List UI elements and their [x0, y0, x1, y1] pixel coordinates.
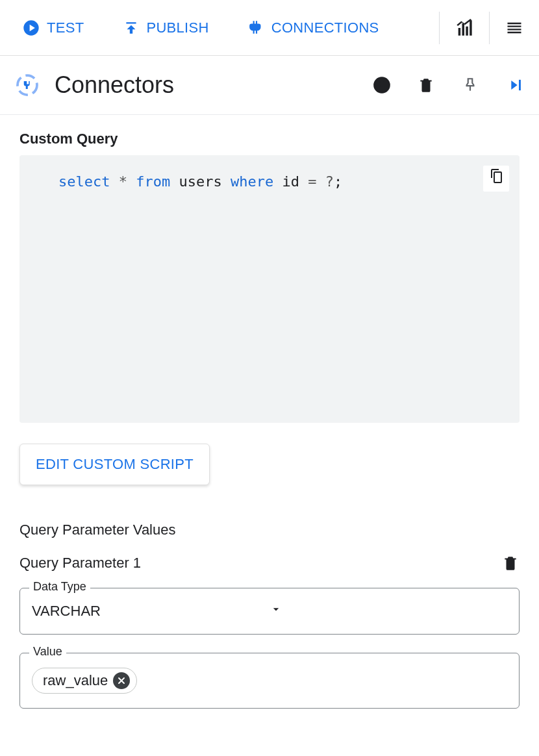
chart-icon[interactable] — [455, 19, 473, 37]
chevron-down-icon — [270, 603, 507, 620]
data-type-value: VARCHAR — [32, 603, 270, 620]
publish-label: PUBLISH — [146, 19, 208, 36]
chip-remove-icon[interactable] — [113, 672, 130, 689]
svg-rect-1 — [519, 80, 521, 90]
query-param-row: Query Parameter 1 — [19, 554, 520, 572]
query-param-label: Query Parameter 1 — [19, 555, 501, 572]
test-label: TEST — [47, 19, 84, 36]
plug-icon — [248, 19, 265, 36]
top-toolbar: TEST PUBLISH CONNECTIONS — [0, 0, 539, 56]
delete-param-icon[interactable] — [501, 554, 520, 572]
edit-custom-script-button[interactable]: EDIT CUSTOM SCRIPT — [19, 444, 210, 485]
custom-query-label: Custom Query — [19, 131, 520, 147]
copy-icon — [488, 168, 504, 190]
chip-label: raw_value — [43, 672, 108, 689]
data-type-legend: Data Type — [29, 580, 90, 594]
collapse-right-icon[interactable] — [505, 76, 523, 94]
value-chip[interactable]: raw_value — [32, 668, 137, 694]
upload-icon — [123, 19, 140, 36]
pin-icon[interactable] — [461, 76, 479, 94]
panel-header: Connectors — [0, 56, 539, 115]
help-icon[interactable] — [373, 76, 391, 94]
sql-text: select * from users where id = ?; — [58, 173, 342, 190]
play-circle-icon — [22, 19, 40, 37]
connector-node-icon — [16, 73, 39, 97]
test-button[interactable]: TEST — [16, 15, 90, 41]
menu-dense-icon[interactable] — [505, 19, 523, 37]
value-legend: Value — [29, 645, 66, 659]
delete-icon[interactable] — [417, 76, 435, 94]
content-area: Custom Query select * from users where i… — [0, 115, 539, 753]
publish-button[interactable]: PUBLISH — [116, 16, 215, 40]
divider — [439, 12, 440, 44]
data-type-select[interactable]: Data Type VARCHAR — [19, 588, 520, 635]
connections-label: CONNECTIONS — [271, 19, 379, 36]
sql-codebox: select * from users where id = ?; — [19, 155, 520, 423]
value-field[interactable]: Value raw_value — [19, 653, 520, 709]
copy-button[interactable] — [483, 166, 509, 192]
connections-button[interactable]: CONNECTIONS — [242, 16, 386, 40]
panel-title: Connectors — [55, 71, 357, 99]
query-param-values-header: Query Parameter Values — [19, 522, 520, 538]
divider — [489, 12, 490, 44]
